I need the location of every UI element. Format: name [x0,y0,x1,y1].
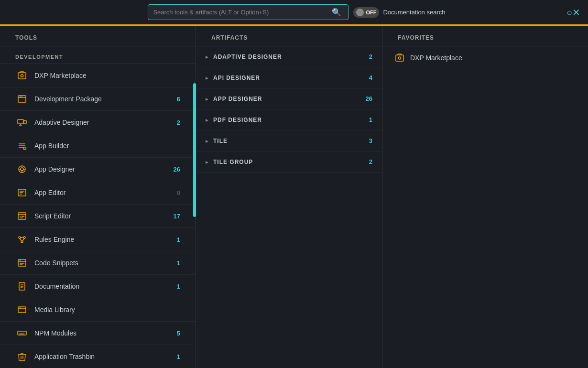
tool-item-app-builder[interactable]: App Builder [0,134,196,158]
artifact-label-app-designer: APP DESIGNER [213,96,366,102]
tool-label-app-editor: App Editor [34,189,171,196]
svg-point-58 [399,57,401,59]
artifacts-header: ARTIFACTS [196,26,382,46]
chevron-icon: ▸ [206,117,208,123]
tool-label-app-designer: App Designer [34,165,171,173]
svg-rect-45 [18,307,26,313]
app-designer-icon [15,162,29,176]
app-builder-icon [15,139,29,152]
artifact-count-app-designer: 26 [366,95,372,102]
application-trashbin-icon [15,350,29,363]
documentation-icon [15,280,29,293]
favorites-panel: FAVORITES DXP Marketplace [382,26,588,368]
tool-count-app-editor: 0 [171,189,180,196]
tool-label-development-package: Development Package [34,95,171,103]
tool-item-documentation[interactable]: Documentation 1 [0,275,196,298]
development-package-icon [15,92,29,106]
artifact-item-app-designer[interactable]: ▸ APP DESIGNER 26 [196,88,382,109]
artifact-count-tile: 3 [369,137,372,144]
tool-label-documentation: Documentation [34,282,171,290]
tool-label-rules-engine: Rules Engine [34,236,171,243]
section-development: DEVELOPMENT [0,46,196,64]
svg-point-31 [23,237,25,238]
artifact-item-api-designer[interactable]: ▸ API DESIGNER 4 [196,67,382,88]
tool-count-application-trashbin: 1 [171,353,180,360]
svg-rect-25 [18,213,26,219]
search-box[interactable]: 🔍 [148,4,348,20]
tool-label-script-editor: Script Editor [34,212,171,220]
toggle-knob [356,9,364,16]
svg-point-16 [21,168,23,171]
tool-item-rules-engine[interactable]: Rules Engine 1 [0,228,196,251]
artifact-item-pdf-designer[interactable]: ▸ PDF DESIGNER 1 [196,109,382,130]
close-button[interactable]: ○✕ [566,8,580,17]
dxp-marketplace-icon [15,69,29,82]
svg-point-1 [21,75,23,77]
doc-search-area: OFF Documentation search [353,7,445,18]
svg-line-34 [20,238,22,241]
svg-point-30 [19,237,21,238]
search-button[interactable]: 🔍 [330,8,343,17]
artifact-count-tile-group: 2 [369,158,372,165]
tool-label-app-builder: App Builder [34,142,171,150]
tools-header: TOOLS [0,26,196,46]
svg-rect-7 [24,120,26,124]
chevron-icon: ▸ [206,54,208,60]
tool-count-app-designer: 26 [171,166,180,173]
fav-dxp-icon [394,52,405,64]
tool-item-dxp-marketplace[interactable]: DXP Marketplace [0,64,196,87]
doc-search-toggle[interactable]: OFF [353,7,379,18]
chevron-icon: ▸ [206,159,208,165]
npm-modules-icon: npm [15,326,29,340]
artifact-count-pdf-designer: 1 [369,116,372,123]
tool-item-media-library[interactable]: Media Library [0,298,196,322]
tool-count-adaptive-designer: 2 [171,119,180,126]
artifact-item-tile-group[interactable]: ▸ TILE GROUP 2 [196,152,382,173]
tool-item-development-package[interactable]: Development Package 6 [0,87,196,111]
svg-rect-0 [18,73,26,79]
tool-label-adaptive-designer: Adaptive Designer [34,119,171,126]
chevron-icon: ▸ [206,96,208,102]
tool-item-code-snippets[interactable]: Code Snippets 1 [0,251,196,275]
tools-panel: TOOLS DEVELOPMENT DXP Marketplace [0,26,196,368]
tool-label-media-library: Media Library [34,306,171,314]
search-input[interactable] [153,9,330,16]
svg-rect-36 [18,260,26,266]
tool-item-npm-modules[interactable]: npm NPM Modules 5 [0,322,196,345]
svg-rect-57 [396,55,403,61]
artifact-label-tile-group: TILE GROUP [213,159,369,165]
tool-item-app-designer[interactable]: App Designer 26 [0,158,196,181]
svg-point-32 [21,241,23,243]
artifact-count-adaptive-designer: 2 [369,53,372,60]
app-editor-icon [15,186,29,199]
favorite-item-dxp-marketplace[interactable]: DXP Marketplace [382,46,588,69]
toggle-label: OFF [366,10,376,15]
tool-item-app-editor[interactable]: App Editor 0 [0,181,196,205]
scroll-indicator[interactable] [193,83,196,217]
tool-count-script-editor: 17 [171,213,180,220]
main-content: TOOLS DEVELOPMENT DXP Marketplace [0,26,588,368]
tool-count-development-package: 6 [171,96,180,103]
top-bar: 🔍 OFF Documentation search ○✕ [0,0,588,26]
tool-count-rules-engine: 1 [171,236,180,243]
tool-label-dxp-marketplace: DXP Marketplace [34,72,171,79]
artifact-label-adaptive-designer: ADAPTIVE DESIGNER [213,54,369,60]
tool-count-documentation: 1 [171,283,180,290]
tool-count-npm-modules: 5 [171,330,180,337]
tool-item-application-trashbin[interactable]: Application Trashbin 1 [0,345,196,368]
artifact-label-tile: TILE [213,138,369,144]
artifact-count-api-designer: 4 [369,74,372,81]
favorites-header: FAVORITES [382,26,588,46]
tool-label-npm-modules: NPM Modules [34,329,171,337]
tool-item-script-editor[interactable]: Script Editor 17 [0,205,196,228]
tool-item-adaptive-designer[interactable]: Adaptive Designer 2 [0,111,196,134]
tool-count-code-snippets: 1 [171,260,180,267]
rules-engine-icon [15,233,29,246]
artifact-item-tile[interactable]: ▸ TILE 3 [196,130,382,152]
artifact-label-api-designer: API DESIGNER [213,75,369,81]
artifact-item-adaptive-designer[interactable]: ▸ ADAPTIVE DESIGNER 2 [196,46,382,67]
artifacts-panel: ARTIFACTS ▸ ADAPTIVE DESIGNER 2 ▸ API DE… [196,26,382,368]
adaptive-designer-icon [15,116,29,129]
fav-label-dxp-marketplace: DXP Marketplace [410,54,462,62]
svg-text:npm: npm [19,332,25,335]
